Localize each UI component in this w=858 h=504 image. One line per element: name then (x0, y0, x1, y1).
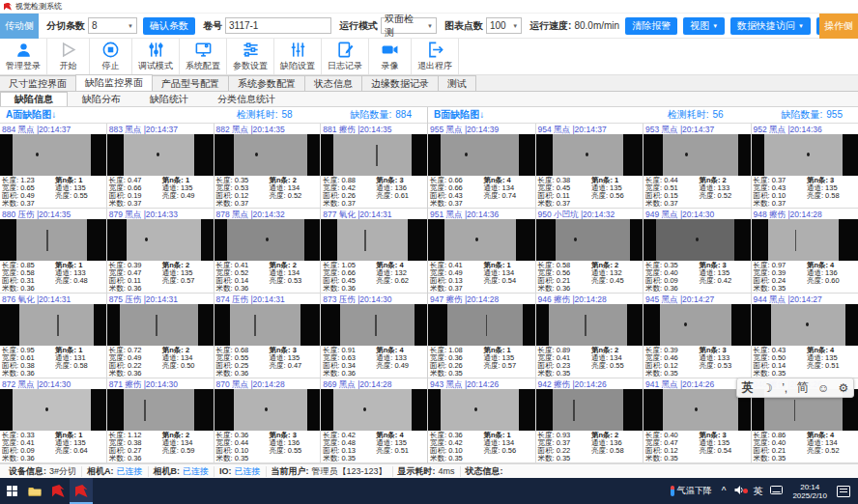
defect-image[interactable] (214, 134, 321, 176)
chart-points-select[interactable]: 100 ▼ (486, 17, 522, 34)
defect-cell[interactable]: 873 压伤 |20:14:30 长度: 0.91 宽度: 0.63 面积: 0… (321, 294, 427, 378)
defect-cell[interactable]: 874 压伤 |20:14:31 长度: 0.68 宽度: 0.55 面积: 0… (214, 294, 321, 378)
defect-image[interactable] (428, 304, 535, 346)
defect-cell[interactable]: 877 氧化 |20:14:31 长度: 1.05 宽度: 0.66 面积: 0… (321, 209, 427, 293)
defect-image[interactable] (752, 219, 858, 261)
drive-side-button[interactable]: 传动侧 (0, 14, 39, 39)
emoji-icon[interactable]: ☺ (817, 381, 829, 395)
defect-cell[interactable]: 876 氧化 |20:14:31 长度: 0.95 宽度: 0.61 面积: 0… (0, 294, 106, 378)
main-tab-1[interactable]: 缺陷监控界面 (75, 74, 153, 91)
ime-english-toggle[interactable]: 英 (742, 379, 754, 396)
confirm-count-button[interactable]: 确认条数 (143, 17, 195, 35)
defect-cell[interactable]: 951 黑点 |20:14:36 长度: 0.41 宽度: 0.49 面积: 0… (428, 209, 535, 293)
defect-image[interactable] (321, 389, 427, 431)
defect-image[interactable] (752, 304, 858, 346)
sub-tab-3[interactable]: 分类信息统计 (203, 92, 290, 106)
defect-cell[interactable]: 871 擦伤 |20:14:30 长度: 1.12 宽度: 0.38 面积: 0… (107, 378, 214, 462)
defect-image[interactable] (107, 304, 214, 346)
gear-icon[interactable]: ⚙ (839, 381, 849, 395)
defect-cell[interactable]: 952 黑点 |20:14:36 长度: 0.37 宽度: 0.43 面积: 0… (752, 124, 858, 208)
clock[interactable]: 20:14 2025/2/10 (786, 483, 833, 500)
moon-icon[interactable]: ☽ (762, 381, 773, 395)
run-mode-select[interactable]: 双面检测 ▼ (381, 17, 437, 34)
defect-image[interactable] (428, 389, 535, 431)
defect-cell[interactable]: 944 黑点 |20:14:27 长度: 0.43 宽度: 0.50 面积: 0… (752, 294, 858, 378)
log-record-button[interactable]: 日志记录 (322, 39, 369, 74)
defect-image[interactable] (321, 219, 427, 261)
start-button[interactable]: 开始 (47, 39, 90, 74)
defect-cell[interactable]: 878 黑点 |20:14:32 长度: 0.41 宽度: 0.52 面积: 0… (214, 209, 321, 293)
defect-image[interactable] (0, 304, 106, 346)
main-tab-0[interactable]: 尺寸监控界面 (0, 75, 76, 91)
action-center-icon[interactable] (837, 486, 850, 497)
defect-cell[interactable]: 942 擦伤 |20:14:26 长度: 0.93 宽度: 0.37 面积: 0… (536, 378, 644, 462)
defect-image[interactable] (214, 219, 321, 261)
defect-image[interactable] (107, 219, 214, 261)
defect-cell[interactable]: 955 黑点 |20:14:39 长度: 0.66 宽度: 0.66 面积: 0… (428, 124, 535, 208)
main-tab-2[interactable]: 产品型号配置 (152, 75, 229, 91)
main-tab-3[interactable]: 系统参数配置 (228, 75, 305, 91)
roll-number-input[interactable] (225, 17, 331, 34)
defect-image[interactable] (536, 389, 644, 431)
defect-cell[interactable]: 953 黑点 |20:14:37 长度: 0.44 宽度: 0.51 面积: 0… (644, 124, 751, 208)
defect-cell[interactable]: 945 黑点 |20:14:27 长度: 0.39 宽度: 0.46 面积: 0… (644, 294, 751, 378)
defect-cell[interactable]: 948 擦伤 |20:14:28 长度: 0.97 宽度: 0.39 面积: 0… (752, 209, 858, 293)
defect-image[interactable] (644, 219, 751, 261)
defect-cell[interactable]: 880 压伤 |20:14:35 长度: 0.85 宽度: 0.58 面积: 0… (0, 209, 106, 293)
defect-image[interactable] (536, 134, 644, 176)
defect-cell[interactable]: 882 黑点 |20:14:35 长度: 0.35 宽度: 0.53 面积: 0… (214, 124, 321, 208)
defect-settings-button[interactable]: 缺陷设置 (274, 39, 322, 74)
defect-image[interactable] (321, 134, 427, 176)
debug-mode-button[interactable]: 调试模式 (132, 39, 180, 74)
main-tab-4[interactable]: 状态信息 (304, 75, 362, 91)
defect-image[interactable] (644, 389, 751, 431)
defect-cell[interactable]: 879 黑点 |20:14:33 长度: 0.39 宽度: 0.47 面积: 0… (107, 209, 214, 293)
ime-punctuation-toggle[interactable]: ’, (782, 381, 787, 395)
volume-icon[interactable] (729, 485, 749, 497)
defect-image[interactable] (428, 219, 535, 261)
exit-program-button[interactable]: 退出程序 (412, 39, 459, 74)
defect-image[interactable] (321, 304, 427, 346)
parameter-settings-button[interactable]: 参数设置 (227, 39, 274, 74)
defect-cell[interactable]: 943 黑点 |20:14:26 长度: 0.36 宽度: 0.42 面积: 0… (428, 378, 535, 462)
active-app-taskbar-button[interactable] (70, 478, 93, 504)
defect-image[interactable] (107, 134, 214, 176)
admin-login-button[interactable]: 管理登录 (0, 39, 47, 74)
defect-image[interactable] (536, 219, 644, 261)
defect-cell[interactable]: 949 黑点 |20:14:30 长度: 0.35 宽度: 0.40 面积: 0… (644, 209, 751, 293)
defect-cell[interactable]: 946 擦伤 |20:14:28 长度: 0.89 宽度: 0.41 面积: 0… (536, 294, 644, 378)
defect-cell[interactable]: 884 黑点 |20:14:37 长度: 1.23 宽度: 0.65 面积: 0… (0, 124, 106, 208)
defect-image[interactable] (214, 389, 321, 431)
defect-image[interactable] (644, 304, 751, 346)
defect-cell[interactable]: 941 黑点 |20:14:26 长度: 0.40 宽度: 0.47 面积: 0… (644, 378, 751, 462)
defect-image[interactable] (107, 389, 214, 431)
clear-alarm-button[interactable]: 清除报警 (625, 17, 677, 35)
defect-cell[interactable]: 869 黑点 |20:14:28 长度: 0.42 宽度: 0.48 面积: 0… (321, 378, 427, 462)
panel-a-title[interactable]: A面缺陷图↓ (6, 108, 56, 122)
ime-language-indicator[interactable]: 英 (749, 485, 766, 498)
sub-tab-1[interactable]: 缺陷分布 (68, 92, 135, 106)
panel-b-title[interactable]: B面缺陷图↓ (434, 108, 484, 122)
operator-side-button[interactable]: 操作侧 (819, 14, 858, 39)
data-access-menu-button[interactable]: 数据快捷访问▼ (730, 17, 811, 35)
defect-cell[interactable]: 875 压伤 |20:14:31 长度: 0.72 宽度: 0.49 面积: 0… (107, 294, 214, 378)
main-tab-5[interactable]: 边缘数据记录 (361, 75, 439, 91)
slit-count-select[interactable]: 8 ▼ (88, 17, 137, 34)
recording-button[interactable]: 录像 (369, 39, 412, 74)
defect-cell[interactable]: 950 小凹坑 |20:14:32 长度: 0.58 宽度: 0.56 面积: … (536, 209, 644, 293)
defect-image[interactable] (0, 219, 106, 261)
defect-image[interactable] (428, 134, 535, 176)
defect-cell[interactable]: 954 黑点 |20:14:37 长度: 0.38 宽度: 0.45 面积: 0… (536, 124, 644, 208)
view-menu-button[interactable]: 视图▼ (683, 17, 725, 35)
defect-image[interactable] (536, 304, 644, 346)
sub-tab-2[interactable]: 缺陷统计 (135, 92, 203, 106)
stop-button[interactable]: 停止 (90, 39, 132, 74)
defect-cell[interactable]: 881 擦伤 |20:14:35 长度: 0.88 宽度: 0.42 面积: 0… (321, 124, 427, 208)
defect-image[interactable] (752, 134, 858, 176)
app-taskbar-button[interactable] (46, 478, 70, 504)
main-tab-6[interactable]: 测试 (438, 75, 476, 91)
file-explorer-button[interactable] (23, 478, 46, 504)
touch-keyboard-icon[interactable] (766, 486, 786, 496)
system-config-button[interactable]: 系统配置 (180, 39, 227, 74)
defect-cell[interactable]: 870 黑点 |20:14:28 长度: 0.36 宽度: 0.44 面积: 0… (214, 378, 321, 462)
